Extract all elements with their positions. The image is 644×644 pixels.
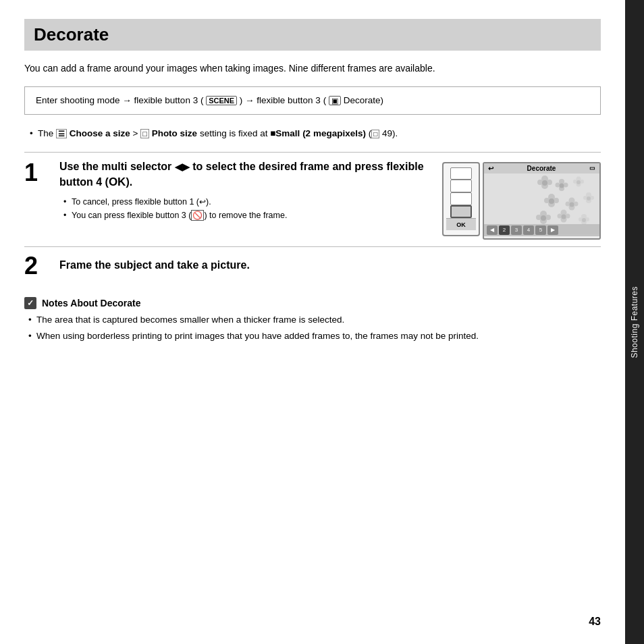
- arrow-icon: ◀▶: [175, 161, 190, 174]
- camera-screen: ↩ Decorate ▭: [483, 162, 601, 240]
- svg-point-40: [562, 214, 566, 219]
- step-1: 1 Use the multi selector ◀▶ to select th…: [24, 159, 601, 247]
- svg-point-5: [542, 180, 547, 186]
- step-1-title: Use the multi selector ◀▶ to select the …: [59, 159, 431, 190]
- step-1-number: 1: [24, 161, 49, 240]
- frame-slot-4-selected: [450, 205, 472, 218]
- nav-btn-4: 4: [523, 225, 534, 235]
- svg-point-15: [576, 180, 581, 184]
- page-number: 43: [589, 616, 601, 628]
- camera-body: OK: [442, 162, 480, 236]
- svg-point-35: [541, 215, 546, 221]
- note-bullet-1: The area that is captured becomes smalle…: [24, 313, 601, 327]
- bullet-note: The ☰ Choose a size > □ Photo size setti…: [24, 127, 601, 140]
- instruction-box: Enter shooting mode → flexible button 3 …: [24, 86, 601, 115]
- frame-slot-1: [450, 167, 472, 180]
- side-tab: Shooting Features: [625, 0, 644, 644]
- screen-footer: ◀ 2 3 4 5 ▶: [484, 224, 599, 236]
- frame-slot-3: [450, 192, 472, 205]
- title-box: Decorate: [24, 19, 601, 51]
- notes-header: ✓ Notes About Decorate: [24, 297, 601, 309]
- nav-right: ▶: [547, 225, 558, 235]
- frame-slot-2: [450, 180, 472, 192]
- checkbox-icon: ✓: [24, 297, 36, 309]
- divider-1: [24, 152, 601, 153]
- step-1-sub-bullets: To cancel, press flexible button 1 (↩). …: [59, 196, 431, 223]
- notes-bullets: The area that is captured becomes smalle…: [24, 313, 601, 344]
- step-1-content: Use the multi selector ◀▶ to select the …: [59, 159, 601, 240]
- page-container: Decorate You can add a frame around your…: [0, 0, 644, 644]
- notes-section: ✓ Notes About Decorate The area that is …: [24, 297, 601, 344]
- nav-left: ◀: [487, 225, 498, 235]
- step-2-title: Frame the subject and take a picture.: [59, 252, 250, 273]
- instruction-text: Enter shooting mode → flexible button 3 …: [36, 95, 383, 105]
- svg-point-10: [560, 183, 564, 188]
- nav-btn-3: 3: [511, 225, 522, 235]
- page-title: Decorate: [34, 24, 109, 45]
- screen-body: ◀ 2 3 4 5 ▶: [484, 173, 599, 236]
- camera-ok-bar: OK: [446, 218, 476, 231]
- screen-title: Decorate: [527, 165, 556, 172]
- main-content: Decorate You can add a frame around your…: [0, 0, 625, 644]
- svg-point-30: [587, 196, 591, 200]
- svg-point-7: [556, 182, 560, 187]
- screen-back-icon: ↩: [488, 165, 493, 172]
- step-2: 2 Frame the subject and take a picture.: [24, 252, 601, 286]
- svg-point-45: [582, 218, 586, 222]
- intro-text: You can add a frame around your images w…: [24, 61, 601, 76]
- side-tab-text: Shooting Features: [630, 286, 639, 358]
- note-bullet-2: When using borderless printing to print …: [24, 329, 601, 343]
- notes-title: Notes About Decorate: [42, 298, 141, 308]
- svg-point-25: [570, 202, 574, 207]
- step-2-number: 2: [24, 254, 49, 278]
- screen-menu-icon: ▭: [589, 165, 595, 171]
- svg-point-20: [549, 198, 554, 204]
- step-1-sub-1: To cancel, press flexible button 1 (↩).: [59, 196, 431, 209]
- nav-btn-2: 2: [499, 225, 510, 235]
- nav-btn-5: 5: [535, 225, 546, 235]
- screen-header: ↩ Decorate ▭: [484, 163, 599, 173]
- svg-point-8: [564, 182, 568, 187]
- step-1-sub-2: You can press flexible button 3 (🚫) to r…: [59, 209, 431, 222]
- camera-diagram: OK ↩ Decorate ▭: [442, 162, 601, 240]
